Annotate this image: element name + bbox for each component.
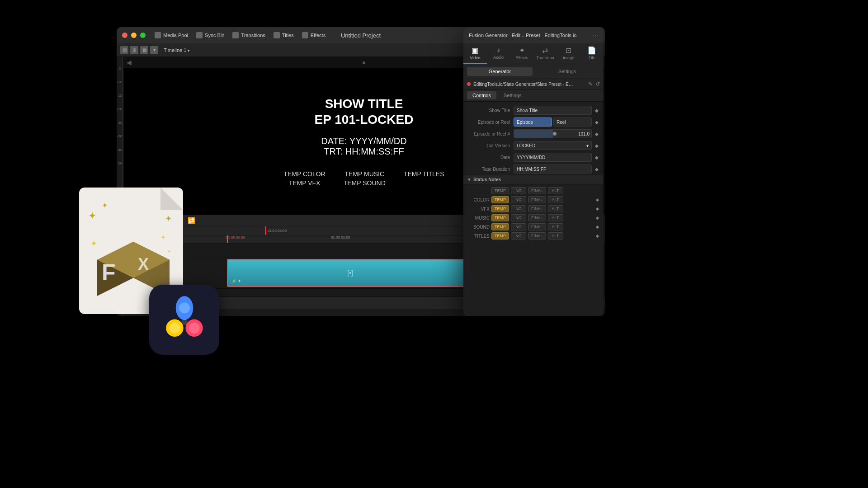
- titles-diamond[interactable]: ◆: [594, 233, 600, 239]
- clip-fx-icon: ⚡ ✦: [231, 279, 241, 283]
- color-final-btn[interactable]: FINAL: [528, 196, 546, 203]
- image-tab-icon: ⊡: [566, 46, 571, 55]
- fusion-row: EditingTools.io/Slate Generator/Slate Pr…: [463, 79, 604, 89]
- slider-dot[interactable]: [553, 132, 557, 136]
- titles-button[interactable]: Titles: [270, 31, 297, 40]
- cut-version-dropdown[interactable]: LOCKED ▾: [514, 141, 592, 150]
- settings-subtab[interactable]: Settings: [498, 91, 527, 99]
- close-button[interactable]: [122, 33, 127, 38]
- tab-audio[interactable]: ♪ Audio: [487, 43, 510, 64]
- episode-number-slider[interactable]: 101.0: [514, 129, 592, 138]
- lower-ruler-2: 01:00:00:00: [226, 235, 245, 239]
- vfx-no-btn[interactable]: NO: [511, 205, 526, 212]
- sound-alt-btn[interactable]: ALT: [548, 223, 563, 230]
- davinci-resolve-icon: [149, 285, 219, 355]
- fusion-reset-icon[interactable]: ↺: [595, 81, 600, 87]
- gen-tabs: Generator Settings: [463, 64, 604, 79]
- toolbar-icon-1[interactable]: ▤: [120, 46, 128, 54]
- music-final-btn[interactable]: FINAL: [528, 214, 546, 221]
- frame-indicator: ●: [362, 59, 366, 66]
- episode-number-value: 101.0: [578, 131, 590, 136]
- tape-duration-row: Tape Duration HH:MM:SS:FF ◆: [463, 163, 604, 175]
- toolbar-icon-dropdown[interactable]: ▾: [150, 46, 158, 54]
- settings-tab[interactable]: Settings: [534, 67, 600, 76]
- sound-no-btn[interactable]: NO: [511, 223, 526, 230]
- show-title-keyframe[interactable]: ◆: [594, 107, 600, 113]
- temp-music-label: TEMP MUSIC: [344, 170, 386, 178]
- slate-show-title: SHOW TITLE: [283, 96, 444, 112]
- episode-button[interactable]: Episode: [514, 117, 552, 127]
- temp-vfx-label: TEMP VFX: [283, 179, 325, 187]
- vfx-alt-btn[interactable]: ALT: [548, 205, 563, 212]
- inspector-panel: Fusion Generator - Editi...Preset - Edit…: [463, 27, 604, 316]
- timeline-label[interactable]: Timeline 1: [164, 47, 190, 53]
- vfx-temp-btn[interactable]: TEMP: [491, 205, 509, 212]
- episode-number-keyframe[interactable]: ◆: [594, 131, 600, 137]
- vfx-diamond[interactable]: ◆: [594, 206, 600, 211]
- tab-transition[interactable]: ⇄ Transition: [533, 43, 557, 64]
- generator-tab[interactable]: Generator: [467, 67, 533, 76]
- toolbar-icon-3[interactable]: ▦: [140, 46, 148, 54]
- minimize-button[interactable]: [131, 33, 137, 38]
- episode-number-slider-row: 101.0: [514, 129, 592, 138]
- media-pool-button[interactable]: Media Pool: [151, 31, 192, 40]
- vfx-final-btn[interactable]: FINAL: [528, 205, 546, 212]
- inspector-more-icon[interactable]: ···: [593, 32, 598, 39]
- status-notes-section[interactable]: ▼ Status Notes: [463, 175, 604, 184]
- app-icon-overlay: ✦ ✦ ✦ F X ✦ ✦ ✦: [70, 183, 219, 355]
- prev-frame-icon[interactable]: ◀: [127, 59, 132, 66]
- svg-text:✦: ✦: [102, 202, 108, 209]
- sync-bin-button[interactable]: Sync Bin: [193, 31, 228, 40]
- inspector-tabs: ▣ Video ♪ Audio ✦ Effects ⇄ Transition ⊡…: [463, 43, 604, 64]
- tape-duration-keyframe[interactable]: ◆: [594, 166, 600, 172]
- tab-effects[interactable]: ✦ Effects: [510, 43, 533, 64]
- music-no-btn[interactable]: NO: [511, 214, 526, 221]
- date-keyframe[interactable]: ◆: [594, 154, 600, 160]
- sound-final-btn[interactable]: FINAL: [528, 223, 546, 230]
- titles-final-btn[interactable]: FINAL: [528, 232, 546, 239]
- svg-text:✦: ✦: [167, 249, 171, 254]
- color-no-btn[interactable]: NO: [511, 196, 526, 203]
- ruler-mark-10: -10: [117, 75, 123, 89]
- tab-video[interactable]: ▣ Video: [463, 43, 487, 64]
- tab-image[interactable]: ⊡ Image: [557, 43, 580, 64]
- titles-temp-btn[interactable]: TEMP: [491, 232, 509, 239]
- fusion-edit-icon[interactable]: ✎: [588, 81, 593, 87]
- color-temp-btn[interactable]: TEMP: [491, 196, 509, 203]
- color-alt-btn[interactable]: ALT: [548, 196, 563, 203]
- controls-tab[interactable]: Controls: [467, 91, 496, 99]
- selected-clip[interactable]: [•] ⚡ ✦: [227, 259, 473, 287]
- temp-sound-label: TEMP SOUND: [344, 179, 386, 187]
- toolbar-icon-2[interactable]: ⊞: [130, 46, 138, 54]
- sound-temp-btn[interactable]: TEMP: [491, 223, 509, 230]
- status-music-row: MUSIC TEMP NO FINAL ALT ◆: [467, 213, 600, 222]
- music-alt-btn[interactable]: ALT: [548, 214, 563, 221]
- titles-alt-btn[interactable]: ALT: [548, 232, 563, 239]
- tab-file[interactable]: 📄 File: [580, 43, 604, 64]
- effects-button[interactable]: Effects: [298, 31, 329, 40]
- status-col-alt-header: ALT: [548, 187, 563, 194]
- music-diamond[interactable]: ◆: [594, 215, 600, 221]
- tape-duration-value[interactable]: HH:MM:SS:FF: [514, 164, 592, 174]
- svg-text:✦: ✦: [165, 214, 172, 223]
- episode-reel-keyframe[interactable]: ◆: [594, 119, 600, 125]
- show-title-value[interactable]: Show Title: [514, 106, 592, 115]
- status-sound-row: SOUND TEMP NO FINAL ALT ◆: [467, 222, 600, 231]
- status-titles-row: TITLES TEMP NO FINAL ALT ◆: [467, 231, 600, 240]
- slate-col-3: TEMP TITLES: [404, 170, 444, 187]
- titles-no-btn[interactable]: NO: [511, 232, 526, 239]
- lower-ruler-3: 01:00:02:00: [331, 235, 350, 239]
- transitions-button[interactable]: Transitions: [229, 31, 269, 40]
- effects-icon: [302, 32, 308, 38]
- ctrl-tabs: Controls Settings: [463, 89, 604, 102]
- sound-diamond[interactable]: ◆: [594, 224, 600, 230]
- date-value[interactable]: YYYY/MM/DD: [514, 153, 592, 162]
- color-diamond[interactable]: ◆: [594, 197, 600, 202]
- reel-button[interactable]: Reel: [553, 117, 592, 127]
- cut-version-keyframe[interactable]: ◆: [594, 142, 600, 149]
- maximize-button[interactable]: [140, 33, 146, 38]
- show-title-row: Show Title Show Title ◆: [463, 104, 604, 116]
- status-header-row: TEMP NO FINAL ALT: [467, 186, 600, 195]
- music-temp-btn[interactable]: TEMP: [491, 214, 509, 221]
- inspector-titlebar: Fusion Generator - Editi...Preset - Edit…: [463, 27, 604, 43]
